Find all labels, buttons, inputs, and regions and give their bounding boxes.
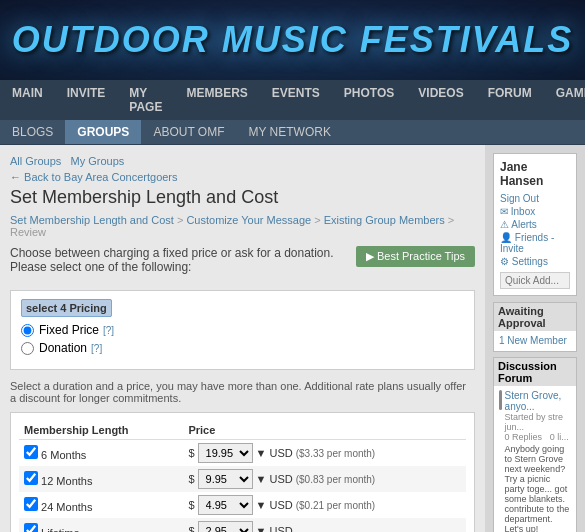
alerts-link[interactable]: ⚠ Alerts <box>500 218 570 231</box>
forum-likes: 0 li... <box>550 432 569 442</box>
inbox-icon: ✉ <box>500 206 511 217</box>
forum-post-title[interactable]: Stern Grove, anyo... <box>505 390 571 412</box>
membership-table: Membership Length Price 6 Months $ 19.95… <box>10 412 475 532</box>
awaiting-approval-content: 1 New Member <box>499 335 571 346</box>
nav-main[interactable]: MAIN <box>0 80 55 120</box>
nav-groups[interactable]: GROUPS <box>65 120 141 144</box>
table-row: 12 Months $ 9.95 ▼ USD ($0.83 per month) <box>19 466 466 492</box>
forum-post: Stern Grove, anyo... Started by stre jun… <box>499 390 571 532</box>
currency-symbol: $ <box>188 499 194 511</box>
nav-mypage[interactable]: MY PAGE <box>117 80 174 120</box>
row-label: 6 Months <box>41 449 86 461</box>
row-price-cell: $ 4.95 ▼ USD ($0.21 per month) <box>183 492 466 518</box>
secondary-nav: BLOGS GROUPS ABOUT OMF MY NETWORK <box>0 120 585 145</box>
user-box: Jane Hansen Sign Out ✉ Inbox ⚠ Alerts 👤 … <box>493 153 577 296</box>
content-area: All Groups My Groups ← Back to Bay Area … <box>0 145 485 532</box>
donation-help[interactable]: [?] <box>91 343 102 354</box>
sidebar-username: Jane Hansen <box>500 160 570 188</box>
inbox-link[interactable]: ✉ Inbox <box>500 205 570 218</box>
best-practice-button[interactable]: ▶ Best Practice Tips <box>356 246 475 267</box>
donation-label: Donation <box>39 341 87 355</box>
price-select[interactable]: 19.95 <box>198 443 253 463</box>
fixed-price-help[interactable]: [?] <box>103 325 114 336</box>
forum-box: Discussion Forum Stern Grove, anyo... St… <box>493 357 577 532</box>
step2-link[interactable]: Customize Your Message <box>186 214 311 226</box>
nav-about-omf[interactable]: ABOUT OMF <box>141 120 236 144</box>
primary-nav: MAIN INVITE MY PAGE MEMBERS EVENTS PHOTO… <box>0 80 585 120</box>
nav-invite[interactable]: INVITE <box>55 80 118 120</box>
sidebar: Jane Hansen Sign Out ✉ Inbox ⚠ Alerts 👤 … <box>485 145 585 532</box>
row-label: Lifetime <box>41 527 80 532</box>
row-price-cell: $ 2.95 ▼ USD <box>183 518 466 532</box>
nav-events[interactable]: EVENTS <box>260 80 332 120</box>
table-row: 24 Months $ 4.95 ▼ USD ($0.21 per month) <box>19 492 466 518</box>
nav-my-network[interactable]: MY NETWORK <box>237 120 343 144</box>
step1-link[interactable]: Set Membership Length and Cost <box>10 214 174 226</box>
back-link[interactable]: Back to Bay Area Concertgoers <box>24 171 177 183</box>
forum-meta: Started by stre jun... <box>505 412 571 432</box>
currency-label: USD <box>269 447 292 459</box>
currency-symbol: $ <box>188 473 194 485</box>
currency-symbol: $ <box>188 525 194 532</box>
forum-post-content: Stern Grove, anyo... Started by stre jun… <box>505 390 571 532</box>
my-groups-link[interactable]: My Groups <box>71 155 125 167</box>
alerts-icon: ⚠ <box>500 219 511 230</box>
price-note: ($0.83 per month) <box>296 474 376 485</box>
forum-stats: 0 Replies 0 li... <box>505 432 571 442</box>
friends-link[interactable]: 👤 Friends - Invite <box>500 231 570 255</box>
breadcrumb-back: ← Back to Bay Area Concertgoers <box>10 171 475 183</box>
all-groups-link[interactable]: All Groups <box>10 155 61 167</box>
awaiting-approval-title: Awaiting Approval <box>494 303 576 331</box>
nav-videos[interactable]: VIDEOS <box>406 80 475 120</box>
description-area: ▶ Best Practice Tips Choose between char… <box>10 246 475 284</box>
currency-label: USD <box>269 525 292 532</box>
table-row: Lifetime $ 2.95 ▼ USD <box>19 518 466 532</box>
step4-current: Review <box>10 226 46 238</box>
fixed-price-row: Fixed Price [?] <box>21 323 464 337</box>
step3-link[interactable]: Existing Group Members <box>324 214 445 226</box>
row-length-cell: 12 Months <box>19 466 183 492</box>
fixed-price-label: Fixed Price <box>39 323 99 337</box>
awaiting-approval-box: Awaiting Approval 1 New Member <box>493 302 577 352</box>
donation-row: Donation [?] <box>21 341 464 355</box>
col-price-header: Price <box>183 421 466 440</box>
duration-text: Select a duration and a price, you may h… <box>10 380 475 404</box>
donation-radio[interactable] <box>21 342 34 355</box>
row-price-cell: $ 9.95 ▼ USD ($0.83 per month) <box>183 466 466 492</box>
row-length-cell: 24 Months <box>19 492 183 518</box>
price-select[interactable]: 9.95 <box>198 469 253 489</box>
dropdown-arrow: ▼ <box>256 473 267 485</box>
header-banner: OUTDOOR MUSIC FESTIVALS <box>0 0 585 80</box>
page-title: Set Membership Length and Cost <box>10 187 475 208</box>
row-checkbox[interactable] <box>24 445 38 459</box>
nav-photos[interactable]: PHOTOS <box>332 80 406 120</box>
sign-out-link[interactable]: Sign Out <box>500 192 570 205</box>
pricing-format-box: select 4 Pricing Fixed Price [?] Donatio… <box>10 290 475 370</box>
col-length-header: Membership Length <box>19 421 183 440</box>
group-subnav: All Groups My Groups <box>10 155 475 167</box>
nav-members[interactable]: MEMBERS <box>174 80 259 120</box>
row-checkbox[interactable] <box>24 497 38 511</box>
forum-replies: 0 Replies <box>505 432 543 442</box>
currency-label: USD <box>269 499 292 511</box>
settings-link[interactable]: ⚙ Settings <box>500 255 570 268</box>
nav-games[interactable]: GAMES <box>544 80 585 120</box>
quick-add-input[interactable] <box>500 272 570 289</box>
row-price-cell: $ 19.95 ▼ USD ($3.33 per month) <box>183 440 466 466</box>
nav-forum[interactable]: FORUM <box>476 80 544 120</box>
site-title: OUTDOOR MUSIC FESTIVALS <box>12 19 573 61</box>
row-label: 12 Months <box>41 475 92 487</box>
price-note: ($3.33 per month) <box>296 448 376 459</box>
price-select[interactable]: 2.95 <box>198 521 253 532</box>
fixed-price-radio[interactable] <box>21 324 34 337</box>
nav-blogs[interactable]: BLOGS <box>0 120 65 144</box>
row-checkbox[interactable] <box>24 523 38 532</box>
forum-snippet: Anybody going to Stern Grove next weeken… <box>505 444 571 532</box>
row-checkbox[interactable] <box>24 471 38 485</box>
currency-symbol: $ <box>188 447 194 459</box>
dropdown-arrow: ▼ <box>256 447 267 459</box>
price-select[interactable]: 4.95 <box>198 495 253 515</box>
settings-icon: ⚙ <box>500 256 512 267</box>
new-member-link[interactable]: 1 New Member <box>499 335 567 346</box>
forum-title: Discussion Forum <box>494 358 576 386</box>
